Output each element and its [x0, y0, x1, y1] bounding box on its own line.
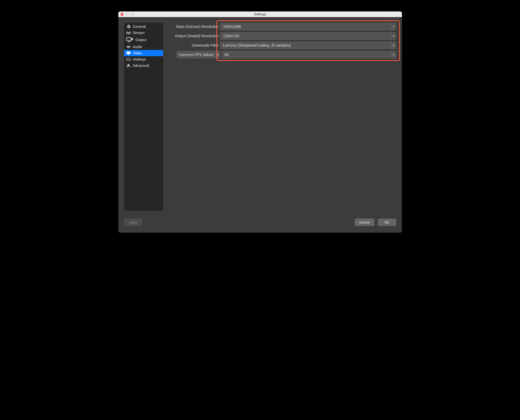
fps-mode-select[interactable]: Common FPS Values — [177, 51, 220, 58]
monitor-icon — [126, 51, 131, 55]
sidebar-item-advanced[interactable]: Advanced — [124, 62, 163, 69]
apply-button[interactable]: Apply — [124, 219, 142, 226]
stepper-arrows-icon — [216, 51, 220, 58]
downscale-filter-select[interactable]: Lanczos (Sharpened scaling, 32 samples) — [220, 42, 396, 49]
chevron-down-icon — [391, 23, 396, 30]
svg-rect-5 — [126, 52, 130, 54]
output-icon — [126, 37, 133, 43]
settings-sidebar: General Stream Output Audio — [124, 23, 163, 211]
sidebar-item-label: Output — [136, 38, 146, 42]
sidebar-item-label: Stream — [133, 31, 145, 35]
window-title: Settings — [118, 12, 402, 16]
sidebar-item-output[interactable]: Output — [124, 36, 163, 44]
sidebar-item-audio[interactable]: Audio — [124, 44, 163, 50]
keyboard-icon — [126, 57, 131, 62]
sidebar-item-label: Video — [133, 51, 142, 55]
minimize-window-button[interactable] — [126, 13, 129, 16]
antenna-icon — [126, 30, 131, 35]
sidebar-item-stream[interactable]: Stream — [124, 30, 163, 36]
sidebar-item-label: Advanced — [133, 63, 149, 68]
sidebar-item-video[interactable]: Video — [124, 50, 163, 56]
dialog-footer: Apply Cancel OK — [118, 217, 402, 233]
base-resolution-combobox[interactable]: 1920x1080 — [220, 23, 396, 30]
ok-button[interactable]: OK — [378, 219, 396, 226]
fps-mode-value: Common FPS Values — [177, 53, 216, 57]
output-resolution-combobox[interactable]: 1280x720 — [220, 32, 396, 40]
stepper-arrows-icon — [391, 51, 396, 58]
sidebar-item-hotkeys[interactable]: Hotkeys — [124, 56, 163, 62]
settings-form: Base (Canvas) Resolution 1920x1080 Outpu… — [163, 23, 396, 211]
base-resolution-value: 1920x1080 — [221, 24, 391, 29]
sidebar-item-label: Audio — [133, 45, 142, 49]
output-resolution-label: Output (Scaled) Resolution — [166, 34, 220, 38]
titlebar: Settings — [118, 11, 402, 17]
fps-value: 60 — [222, 53, 391, 57]
sidebar-item-label: General — [133, 24, 146, 29]
chevron-down-icon — [391, 33, 396, 39]
downscale-filter-value: Lanczos (Sharpened scaling, 32 samples) — [221, 43, 391, 47]
stepper-arrows-icon — [391, 42, 396, 49]
zoom-window-button[interactable] — [131, 13, 134, 16]
fps-value-select[interactable]: 60 — [222, 51, 396, 58]
sidebar-item-general[interactable]: General — [124, 23, 163, 30]
gear-icon — [126, 24, 131, 29]
window-controls — [120, 13, 134, 16]
cancel-button[interactable]: Cancel — [355, 219, 374, 226]
tools-icon — [126, 63, 131, 68]
settings-window: Settings General Stream Output — [118, 11, 402, 233]
svg-rect-8 — [126, 58, 130, 61]
downscale-filter-label: Downscale Filter — [166, 43, 220, 47]
base-resolution-label: Base (Canvas) Resolution — [166, 24, 220, 29]
output-resolution-value: 1280x720 — [221, 34, 391, 38]
sidebar-item-label: Hotkeys — [133, 57, 146, 61]
speaker-icon — [126, 44, 131, 49]
close-window-button[interactable] — [120, 13, 124, 16]
